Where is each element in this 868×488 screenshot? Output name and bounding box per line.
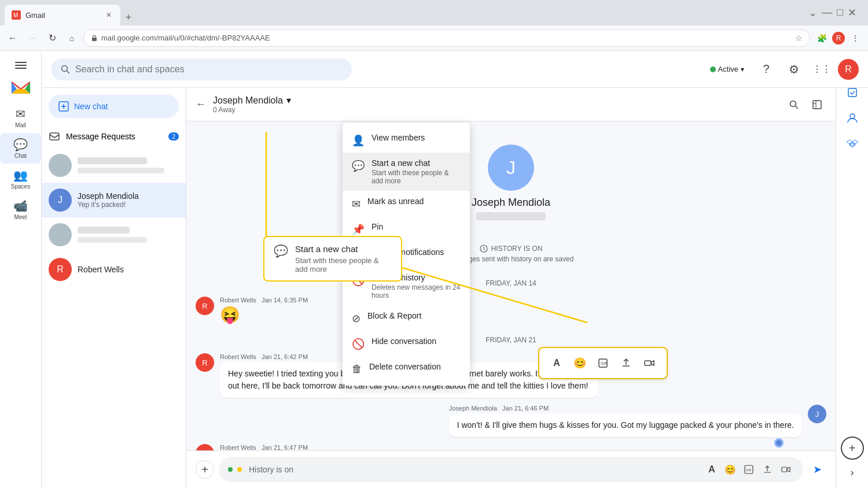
new-tab-btn[interactable]: +: [120, 9, 137, 25]
chat-contact-name: Joseph Mendiola: [213, 95, 283, 106]
gif-input-btn[interactable]: GIF: [741, 461, 757, 478]
dropbox-icon-right[interactable]: [841, 132, 864, 155]
home-btn[interactable]: ⌂: [64, 30, 80, 46]
add-attachment-btn[interactable]: +: [196, 460, 214, 479]
close-btn[interactable]: ✕: [848, 6, 856, 19]
search-messages-btn[interactable]: [785, 95, 803, 114]
scroll-dot: [776, 440, 782, 446]
settings-btn[interactable]: ⚙: [782, 58, 806, 81]
nav-rail-item-mail[interactable]: ✉ Mail: [0, 102, 41, 133]
chat-avatar-joseph: J: [49, 188, 72, 212]
chat-list-panel: New chat Message Requests 2 J Joseph Men…: [42, 88, 186, 488]
tooltip-chat-icon: 💬: [274, 244, 288, 258]
svg-line-8: [796, 106, 799, 109]
svg-rect-2: [92, 38, 97, 41]
expand-chat-btn[interactable]: [808, 95, 826, 114]
dropbox-svg-icon: [847, 138, 858, 149]
user-avatar[interactable]: R: [838, 59, 859, 80]
upload-input-btn[interactable]: [759, 461, 775, 478]
chat-header: ← Joseph Mendiola ▾ 0 Away: [186, 88, 836, 121]
gif-icon: GIF: [598, 358, 608, 368]
more-options-icon[interactable]: ⋮: [847, 30, 863, 46]
msg-content-2: Joseph Mendiola Jan 21, 6:46 PM I won't!…: [449, 405, 802, 437]
chat-main-area: ← Joseph Mendiola ▾ 0 Away 👤: [186, 88, 836, 488]
active-status-btn[interactable]: Active ▾: [704, 62, 750, 76]
menu-item-hide-conversation[interactable]: 🚫 Hide conversation: [343, 331, 470, 356]
upload-btn[interactable]: [616, 353, 637, 374]
svg-rect-9: [813, 101, 821, 109]
svg-line-4: [67, 71, 70, 73]
gmail-top-bar: Active ▾ ? ⚙ ⋮⋮ R: [42, 51, 868, 88]
new-chat-btn[interactable]: New chat: [49, 95, 179, 118]
chat-header-status: 0 Away: [213, 106, 291, 114]
send-message-btn[interactable]: ➤: [808, 460, 826, 479]
svg-rect-16: [782, 467, 787, 472]
chat-item-robert[interactable]: R Robert Wells: [42, 252, 186, 287]
message-row-0: R Robert Wells Jan 14, 6:35 PM 😝: [196, 297, 826, 324]
nav-rail-item-spaces[interactable]: 👥 Spaces: [0, 164, 41, 194]
message-requests-label: Message Requests: [66, 132, 135, 141]
chat-info-joseph: Joseph Mendiola Yep it's packed!: [78, 191, 179, 209]
nav-rail-item-chat[interactable]: 💬 Chat: [0, 133, 41, 164]
emoji-btn[interactable]: 😊: [569, 353, 590, 374]
minimize-btn[interactable]: —: [822, 6, 832, 19]
meet-icon: 📹: [13, 199, 28, 213]
tab-close-btn[interactable]: ✕: [104, 10, 113, 20]
reload-btn[interactable]: ↻: [44, 30, 60, 46]
message-row-3: R Robert Wells Jan 21, 6:47 PM Thank you…: [196, 444, 826, 450]
lock-icon: [91, 35, 98, 42]
video-input-icon: [781, 465, 790, 474]
search-input[interactable]: [75, 64, 343, 75]
blurred-content-1: [78, 157, 179, 173]
browser-tab[interactable]: M Gmail ✕: [5, 5, 120, 25]
nav-rail-item-meet[interactable]: 📹 Meet: [0, 194, 41, 225]
add-app-btn[interactable]: +: [841, 437, 864, 460]
chat-input-icons: A 😊 GIF: [704, 461, 794, 478]
dropdown-arrow-icon[interactable]: ▾: [286, 95, 291, 106]
menu-item-delete-conversation[interactable]: 🗑 Delete conversation: [343, 356, 470, 381]
collapse-icon[interactable]: ⌄: [808, 6, 817, 19]
clock-icon: [480, 245, 488, 253]
profile-icon-toolbar[interactable]: R: [832, 32, 845, 45]
maximize-btn[interactable]: □: [837, 6, 843, 19]
chat-preview-joseph: Yep it's packed!: [78, 201, 179, 209]
history-on-dot: [228, 467, 233, 472]
contacts-icon-right[interactable]: [841, 106, 864, 130]
forward-btn[interactable]: →: [24, 30, 41, 46]
back-to-list-btn[interactable]: ←: [196, 98, 206, 110]
msg-text-2: I won't! & I'll give them hugs & kisses …: [449, 413, 802, 437]
right-panel-expand-btn[interactable]: ›: [846, 462, 859, 483]
chat-item-joseph[interactable]: J Joseph Mendiola Yep it's packed!: [42, 183, 186, 217]
menu-item-view-members[interactable]: 👤 View members: [343, 127, 470, 153]
video-call-btn[interactable]: [639, 353, 660, 374]
menu-item-block-report[interactable]: ⊘ Block & Report: [343, 305, 470, 331]
format-text-btn[interactable]: A: [546, 353, 567, 374]
chat-name-robert: Robert Wells: [78, 265, 179, 274]
gif-btn[interactable]: GIF: [593, 353, 613, 374]
extension-icon[interactable]: 🧩: [814, 30, 830, 46]
menu-item-mark-unread[interactable]: ✉ Mark as unread: [343, 191, 470, 216]
svg-point-18: [850, 114, 855, 119]
menu-item-start-new-chat[interactable]: 💬 Start a new chat Start with these peop…: [343, 153, 470, 191]
video-input-btn[interactable]: [778, 461, 794, 478]
history-on-title-area: HISTORY IS ON: [480, 245, 543, 253]
nav-rail-label-chat: Chat: [14, 153, 27, 159]
hide-conversation-icon: 🚫: [352, 338, 365, 350]
new-chat-container: New chat: [42, 88, 186, 125]
svg-text:GIF: GIF: [746, 468, 752, 472]
chat-name-joseph: Joseph Mendiola: [78, 191, 179, 201]
bookmark-icon[interactable]: ☆: [795, 34, 803, 43]
chat-icon: 💬: [13, 138, 28, 151]
hamburger-menu[interactable]: [15, 56, 27, 80]
emoji-input-btn[interactable]: 😊: [722, 461, 738, 478]
chat-input-field[interactable]: History is on A 😊 GIF: [219, 457, 803, 482]
back-btn[interactable]: ←: [5, 30, 21, 46]
help-btn[interactable]: ?: [755, 58, 778, 81]
address-bar[interactable]: mail.google.com/mail/u/0/#chat/dm/-BP82Y…: [83, 29, 810, 47]
apps-btn[interactable]: ⋮⋮: [810, 58, 833, 81]
message-requests-item[interactable]: Message Requests 2: [42, 125, 186, 148]
chat-header-info: Joseph Mendiola ▾ 0 Away: [213, 95, 291, 114]
msg-content-3: Robert Wells Jan 21, 6:47 PM Thank you! …: [220, 444, 492, 450]
format-input-btn[interactable]: A: [704, 461, 720, 478]
search-bar-inner[interactable]: [51, 58, 352, 80]
